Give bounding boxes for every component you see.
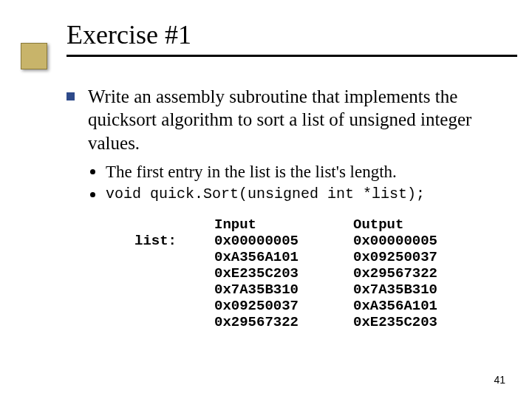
output-cell: 0xA356A101 — [353, 298, 479, 314]
title-underline — [66, 55, 517, 57]
input-cell: 0xA356A101 — [214, 249, 340, 265]
list-label: list: — [134, 233, 201, 249]
slide-title: Exercise #1 — [66, 19, 502, 50]
output-header: Output — [353, 216, 479, 233]
input-cell: 0x29567322 — [214, 314, 340, 330]
input-column: Input 0x00000005 0xA356A101 0xE235C203 0… — [214, 216, 340, 330]
output-cell: 0x09250037 — [353, 249, 479, 265]
input-header: Input — [214, 216, 340, 233]
sub-bullet-a: The first entry in the list is the list'… — [106, 162, 397, 183]
input-cell: 0x00000005 — [214, 233, 340, 249]
bullet-level1: Write an assembly subroutine that implem… — [66, 85, 488, 154]
input-cell: 0x7A35B310 — [214, 282, 340, 298]
sub-bullet-b: void quick.Sort(unsigned int *list); — [106, 185, 425, 203]
output-cell: 0x00000005 — [353, 233, 479, 249]
body: Write an assembly subroutine that implem… — [30, 85, 502, 330]
input-cell: 0xE235C203 — [214, 265, 340, 282]
square-bullet-icon — [66, 92, 75, 100]
dot-bullet-icon — [90, 192, 95, 197]
decorative-box — [21, 43, 47, 69]
title-area: Exercise #1 — [30, 19, 502, 57]
bullet-level2: The first entry in the list is the list'… — [90, 162, 488, 183]
output-cell: 0x7A35B310 — [353, 282, 479, 298]
sub-bullet-list: The first entry in the list is the list'… — [90, 162, 488, 330]
output-cell: 0xE235C203 — [353, 314, 479, 330]
main-bullet-text: Write an assembly subroutine that implem… — [88, 85, 488, 154]
table-label-col: list: — [134, 216, 201, 330]
bullet-level2: void quick.Sort(unsigned int *list); — [90, 185, 488, 203]
output-cell: 0x29567322 — [353, 265, 479, 282]
page-number: 41 — [494, 374, 505, 386]
output-column: Output 0x00000005 0x09250037 0x29567322 … — [353, 216, 479, 330]
slide: Exercise #1 Write an assembly subroutine… — [0, 0, 532, 399]
io-table: list: Input 0x00000005 0xA356A101 0xE235… — [134, 216, 488, 330]
dot-bullet-icon — [90, 169, 95, 174]
input-cell: 0x09250037 — [214, 298, 340, 314]
